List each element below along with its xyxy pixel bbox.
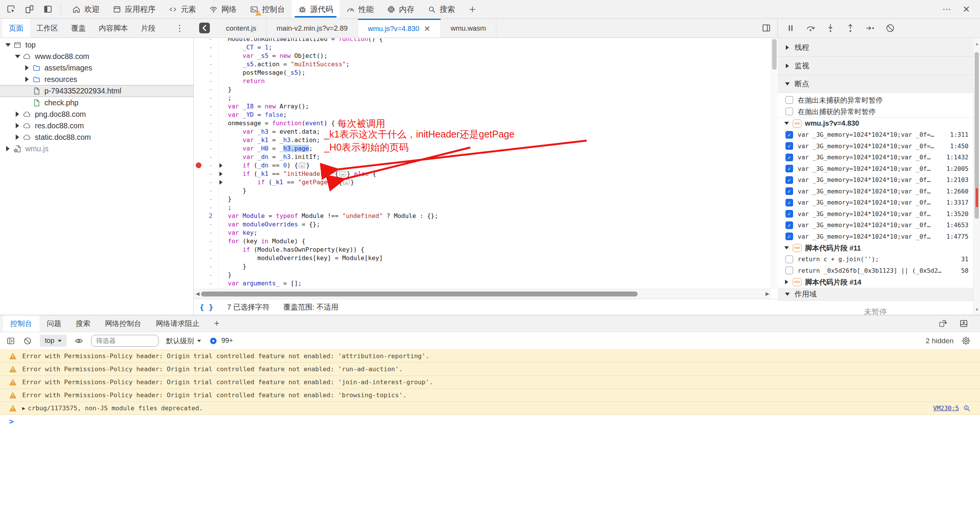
navigator-tab-页面[interactable]: 页面 [2, 19, 30, 38]
tree-item-wmu.js[interactable]: wmu.js [0, 143, 193, 154]
message-source-link[interactable]: VM230:5 [933, 405, 959, 412]
hidden-messages-label[interactable]: 2 hidden [926, 337, 954, 345]
main-tab-search[interactable]: 搜索 [421, 0, 461, 18]
code-fold-arrow-icon[interactable] [218, 170, 228, 178]
breakpoint-checkbox[interactable]: ✓ [785, 154, 793, 161]
line-gutter[interactable]: - [194, 69, 218, 77]
breakpoint-entry[interactable]: return c + g.join('');31 [778, 254, 973, 265]
line-gutter[interactable]: - [194, 262, 218, 271]
breakpoint-entry[interactable]: ✓var _3G_memory=1024*1024*10;var _0f=…1:… [778, 141, 973, 152]
breakpoint-entry[interactable]: return _0x5d26fb[_0x3b1123] || (_0x5d2…5… [778, 265, 973, 277]
line-gutter[interactable]: - [194, 60, 218, 69]
breakpoint-entry[interactable]: ✓var _3G_memory=1024*1024*10;var _0f…1:3… [778, 208, 973, 220]
drawer-tab-搜索[interactable]: 搜索 [69, 315, 98, 332]
breakpoint-checkbox[interactable]: ✓ [785, 142, 793, 150]
breakpoint-checkbox[interactable]: ✓ [785, 165, 793, 172]
navigate-back-icon[interactable] [199, 23, 210, 33]
toggle-debugger-sidebar-icon[interactable] [761, 23, 771, 33]
folded-code-placeholder[interactable]: … [343, 179, 350, 185]
breakpoint-dot[interactable] [196, 162, 201, 168]
editor-tab[interactable]: wmu.wasm [441, 19, 497, 38]
tree-item-assets/images[interactable]: assets/images [0, 62, 193, 74]
console-filter-input[interactable] [91, 335, 159, 347]
deactivate-breakpoints-icon[interactable] [885, 23, 895, 33]
expand-message-icon[interactable]: ▶ [22, 405, 25, 411]
h-scroll-right-arrow[interactable]: ▶ [766, 291, 769, 296]
h-scroll-thumb[interactable] [201, 292, 638, 296]
code-fold-arrow-icon[interactable] [218, 161, 228, 170]
close-devtools-icon[interactable]: ✕ [963, 4, 970, 15]
line-gutter[interactable]: - [194, 153, 218, 161]
breakpoint-entry[interactable]: ✓var _3G_memory=1024*1024*10;var _0f…1:2… [778, 186, 973, 197]
step-into-icon[interactable] [825, 23, 836, 33]
editor-tab[interactable]: content.js [216, 19, 267, 38]
inspect-source-icon[interactable] [963, 404, 971, 412]
panel-layout-icon[interactable] [43, 4, 53, 14]
section-watch[interactable]: 监视 [778, 57, 973, 75]
line-gutter[interactable]: - [194, 237, 218, 246]
folded-code-placeholder[interactable]: … [299, 162, 305, 168]
line-gutter[interactable]: - [194, 77, 218, 85]
main-tab-console[interactable]: !控制台 [243, 0, 291, 18]
tree-right-arrow-icon[interactable] [24, 76, 30, 83]
line-gutter[interactable]: - [194, 119, 218, 128]
tree-down-arrow-icon[interactable] [5, 42, 11, 48]
main-tab-application[interactable]: 应用程序 [106, 0, 162, 18]
line-gutter[interactable]: - [194, 178, 218, 187]
tree-item-png.doc88.com[interactable]: png.doc88.com [0, 108, 193, 120]
pause-script-icon[interactable] [785, 23, 796, 33]
tree-item-static.doc88.com[interactable]: static.doc88.com [0, 131, 193, 143]
main-tab-performance[interactable]: 性能 [340, 0, 380, 18]
main-tab-sources[interactable]: 源代码 [291, 0, 340, 18]
navigator-tab-片段[interactable]: 片段 [134, 19, 162, 38]
main-tab-add-tab[interactable] [461, 0, 483, 18]
breakpoint-checkbox[interactable]: ✓ [785, 131, 793, 139]
tree-right-arrow-icon[interactable] [24, 65, 30, 71]
drawer-tab-控制台[interactable]: 控制台 [3, 315, 39, 332]
editor-tab[interactable]: wmu.js?v=4.830✕ [358, 19, 441, 38]
line-gutter[interactable]: - [194, 279, 218, 288]
dock-to-bottom-icon[interactable] [959, 319, 969, 328]
tree-right-arrow-icon[interactable] [14, 123, 21, 129]
main-tab-welcome[interactable]: 欢迎 [65, 0, 106, 18]
breakpoint-entry[interactable]: ✓var _3G_memory=1024*1024*10;var _0f…1:1… [778, 152, 973, 163]
breakpoint-checkbox[interactable]: ✓ [785, 221, 793, 229]
sidebar-scrollbar[interactable]: ▲ ▼ [973, 38, 980, 315]
inspect-element-icon[interactable] [6, 4, 16, 14]
section-breakpoints[interactable]: 断点 [778, 75, 973, 93]
device-toolbar-icon[interactable] [25, 4, 34, 14]
navigator-tab-内容脚本[interactable]: 内容脚本 [92, 19, 134, 38]
line-gutter[interactable]: - [194, 229, 218, 237]
breakpoint-checkbox[interactable] [785, 256, 793, 263]
breakpoint-entry[interactable]: ✓var _3G_memory=1024*1024*10;var _0f…1:4… [778, 220, 973, 231]
main-tab-elements[interactable]: 元素 [162, 0, 203, 18]
drawer-add-tab-button[interactable]: + [207, 315, 226, 332]
checkbox[interactable] [785, 96, 793, 104]
tree-right-arrow-icon[interactable] [5, 146, 11, 152]
line-gutter[interactable]: - [194, 187, 218, 195]
tree-item-res.doc88.com[interactable]: res.doc88.com [0, 120, 193, 131]
more-options-icon[interactable]: ⋯ [942, 4, 951, 15]
drawer-tab-网络控制台[interactable]: 网络控制台 [98, 315, 149, 332]
code-fold-arrow-icon[interactable] [218, 178, 228, 187]
breakpoint-entry[interactable]: ✓var _3G_memory=1024*1024*10;var _0f…1:2… [778, 174, 973, 186]
drawer-tab-网络请求阻止[interactable]: 网络请求阻止 [149, 315, 207, 332]
breakpoint-group-header[interactable]: <>脚本代码片段 #14 [778, 276, 973, 288]
editor-tab[interactable]: main-v2.min.js?v=2.89 [267, 19, 358, 38]
console-prompt-row[interactable]: > [0, 415, 980, 428]
tree-item-top[interactable]: top [0, 39, 193, 51]
breakpoint-checkbox[interactable]: ✓ [785, 176, 793, 184]
step-icon[interactable] [865, 23, 875, 33]
checkbox[interactable] [785, 108, 793, 115]
line-gutter[interactable]: - [194, 203, 218, 212]
breakpoint-checkbox[interactable]: ✓ [785, 199, 793, 206]
scroll-down-arrow[interactable]: ▼ [973, 307, 980, 312]
line-gutter[interactable]: - [194, 136, 218, 144]
line-gutter[interactable]: - [194, 144, 218, 153]
folded-code-placeholder[interactable]: … [339, 171, 346, 177]
line-gutter[interactable]: - [194, 38, 218, 43]
breakpoint-entry[interactable]: ✓var _3G_memory=1024*1024*10;var _0f…1:4… [778, 231, 973, 242]
restore-dock-icon[interactable] [938, 319, 947, 328]
line-gutter[interactable]: - [194, 271, 218, 279]
tree-right-arrow-icon[interactable] [14, 111, 21, 118]
